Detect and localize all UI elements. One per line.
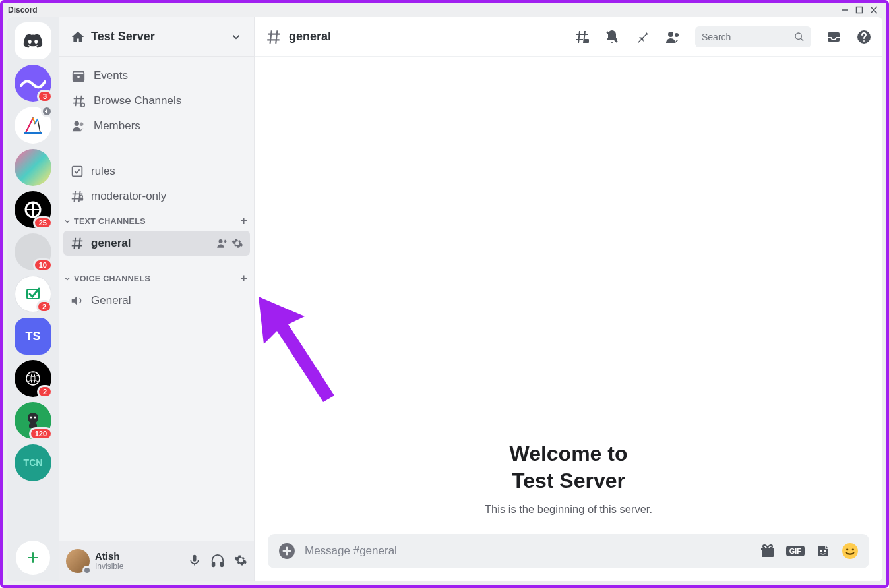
server-s2[interactable] <box>15 107 51 144</box>
svg-point-36 <box>842 543 858 559</box>
category-label: VOICE CHANNELS <box>74 274 150 283</box>
home-icon <box>71 30 84 44</box>
nav-events[interactable]: Events <box>65 63 249 88</box>
server-badge: 10 <box>33 258 53 272</box>
rules-icon <box>70 164 84 179</box>
chevron-down-icon <box>230 31 242 43</box>
message-composer[interactable]: Message #general GIF <box>268 534 869 568</box>
channel-label: moderator-only <box>91 190 166 203</box>
help-icon[interactable] <box>856 29 872 45</box>
members-icon <box>71 119 86 133</box>
hash-lock-icon <box>70 189 84 204</box>
add-channel-button[interactable]: + <box>240 214 247 228</box>
browse-icon <box>71 94 86 108</box>
svg-point-18 <box>80 123 84 127</box>
server-icon <box>20 76 46 90</box>
window-title: Discord <box>8 5 38 15</box>
server-dm[interactable] <box>15 22 51 59</box>
add-channel-button[interactable]: + <box>240 272 247 285</box>
chevron-down-icon <box>63 218 71 225</box>
maximize-button[interactable] <box>852 3 867 17</box>
svg-point-16 <box>81 103 85 107</box>
server-initials: TCN <box>24 457 43 468</box>
minimize-button[interactable] <box>838 3 852 17</box>
server-s5[interactable]: 10 <box>15 233 51 270</box>
svg-rect-19 <box>73 167 82 177</box>
close-button[interactable] <box>867 3 881 17</box>
sticker-icon[interactable] <box>815 543 831 559</box>
svg-rect-20 <box>80 198 84 201</box>
svg-rect-22 <box>212 562 215 566</box>
gif-icon[interactable]: GIF <box>786 546 805 556</box>
calendar-icon <box>71 69 86 83</box>
nav-browse-channels[interactable]: Browse Channels <box>65 88 249 113</box>
nav-label: Events <box>94 69 128 82</box>
server-badge: 25 <box>33 216 53 229</box>
channel-rules[interactable]: rules <box>63 159 250 184</box>
server-initials: TS <box>25 330 40 343</box>
server-list: 3 25 10 2 TS 2 <box>7 17 59 581</box>
channel-label: general <box>91 237 131 250</box>
nav-members[interactable]: Members <box>65 113 249 138</box>
hash-icon <box>265 28 282 45</box>
pinned-icon[interactable] <box>634 29 650 45</box>
channel-title: general <box>289 30 331 44</box>
svg-point-38 <box>852 548 854 550</box>
presence-indicator <box>82 566 92 575</box>
svg-point-9 <box>30 417 32 419</box>
chat-messages: Welcome to Test Server This is the begin… <box>255 57 882 534</box>
gift-icon[interactable] <box>760 543 776 559</box>
mic-icon[interactable] <box>188 554 201 567</box>
category-label: TEXT CHANNELS <box>74 217 146 226</box>
svg-point-21 <box>219 239 223 243</box>
server-s1[interactable]: 3 <box>15 65 51 102</box>
svg-rect-24 <box>584 39 589 43</box>
server-header[interactable]: Test Server <box>59 17 254 57</box>
channel-label: General <box>91 294 131 307</box>
svg-point-34 <box>820 550 822 552</box>
channel-moderator-only[interactable]: moderator-only <box>63 184 250 209</box>
search-input[interactable]: Search <box>695 26 811 47</box>
headphones-icon[interactable] <box>210 554 225 568</box>
inbox-icon[interactable] <box>826 29 842 45</box>
channel-label: rules <box>91 165 115 178</box>
welcome-heading: Welcome to Test Server <box>510 440 628 495</box>
user-name: Atish <box>95 551 123 562</box>
server-s6[interactable]: 2 <box>15 276 51 312</box>
discord-logo-icon <box>23 34 43 48</box>
category-voice-channels[interactable]: VOICE CHANNELS + <box>59 266 254 288</box>
add-attachment-icon[interactable] <box>278 543 295 560</box>
svg-point-17 <box>75 121 79 126</box>
threads-icon[interactable] <box>574 29 590 45</box>
server-s3[interactable] <box>15 149 51 186</box>
svg-point-37 <box>846 548 848 550</box>
svg-rect-23 <box>221 562 224 566</box>
settings-gear-icon[interactable] <box>234 554 247 567</box>
invite-icon[interactable] <box>216 237 228 249</box>
server-s8[interactable]: 2 <box>15 360 51 397</box>
server-s4[interactable]: 25 <box>15 191 51 228</box>
muted-icon <box>41 105 53 117</box>
svg-point-7 <box>26 372 40 385</box>
server-s7[interactable]: TS <box>15 318 51 355</box>
svg-point-28 <box>795 33 801 39</box>
svg-point-8 <box>28 413 38 423</box>
server-s10[interactable]: TCN <box>15 444 51 481</box>
notifications-icon[interactable] <box>604 29 620 45</box>
emoji-icon[interactable] <box>842 543 859 560</box>
voice-channel-general[interactable]: General <box>63 288 250 313</box>
server-badge: 2 <box>36 300 52 313</box>
category-text-channels[interactable]: TEXT CHANNELS + <box>59 209 254 231</box>
member-list-icon[interactable] <box>665 29 681 45</box>
channel-general[interactable]: general <box>63 231 250 256</box>
add-server-button[interactable] <box>16 541 50 575</box>
server-badge: 120 <box>29 427 53 440</box>
server-s9[interactable]: 120 <box>15 402 51 439</box>
user-avatar[interactable] <box>66 549 90 573</box>
nav-label: Browse Channels <box>94 94 181 107</box>
search-placeholder: Search <box>702 32 794 42</box>
welcome-subtext: This is the beginning of this server. <box>485 503 652 515</box>
server-name: Test Server <box>91 30 230 44</box>
gear-icon[interactable] <box>231 237 243 249</box>
user-panel: Atish Invisible <box>59 541 254 581</box>
